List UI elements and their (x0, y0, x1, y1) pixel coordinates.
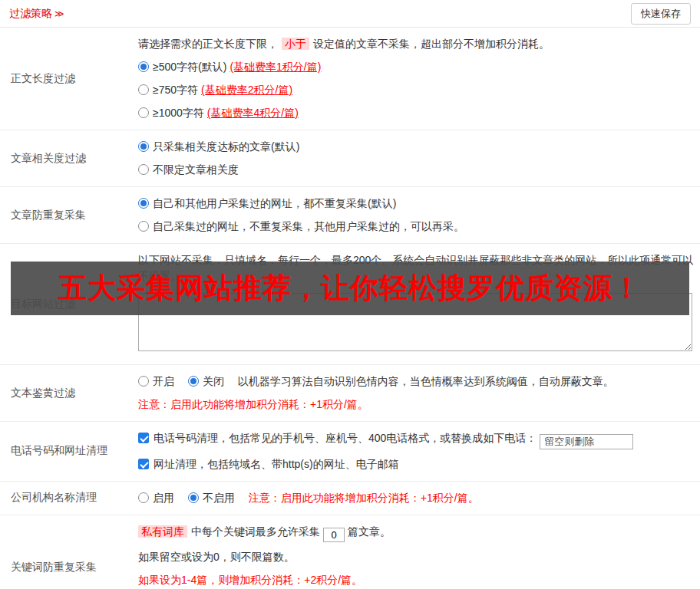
replacement-phone-input[interactable] (540, 434, 633, 449)
highlight-keyword: 小于 (282, 38, 309, 50)
cost-warning: 注意：启用此功能将增加积分消耗：+1积分/篇。 (249, 492, 479, 504)
fee-note: (基础费率2积分/篇) (201, 84, 292, 96)
filter-strategy-page: 过滤策略≫ 快速保存 正文长度过滤 请选择需求的正文长度下限，小于设定值的文章不… (0, 0, 700, 589)
radio-checked-icon[interactable] (138, 141, 149, 152)
radio-checked-icon[interactable] (188, 492, 199, 503)
radio-option-disable[interactable]: 不启用 (188, 492, 238, 504)
checkbox-phone-cleanup[interactable]: 电话号码清理，包括常见的手机号、座机号、400电话格式，或替换成如下电话： (138, 432, 540, 444)
radio-icon[interactable] (138, 107, 149, 118)
radio-label: ≥500字符(默认) (153, 61, 226, 73)
intro-post: 设定值的文章不采集，超出部分不增加积分消耗。 (313, 38, 550, 50)
radio-option-500[interactable]: ≥500字符(默认)(基础费率1积分/篇) (138, 59, 694, 75)
radio-icon[interactable] (138, 221, 149, 232)
row-content: 只采集相关度达标的文章(默认) 不限定文章相关度 (138, 130, 700, 186)
radio-label: ≥1000字符 (153, 107, 204, 119)
keyword-note-unlimited: 如果留空或设为0，则不限篇数。 (138, 549, 694, 565)
intro-text: 请选择需求的正文长度下限，小于设定值的文章不采集，超出部分不增加积分消耗。 (138, 36, 694, 52)
radio-label: 自己采集过的网址，不重复采集，其他用户采集过的，可以再采。 (153, 220, 464, 232)
radio-label: 启用 (153, 492, 174, 504)
radio-option-enable[interactable]: 开启 (138, 375, 177, 387)
row-content: 电话号码清理，包括常见的手机号、座机号、400电话格式，或替换成如下电话： 网址… (138, 422, 700, 481)
row-relevance-filter: 文章相关度过滤 只采集相关度达标的文章(默认) 不限定文章相关度 (0, 130, 700, 187)
radio-icon[interactable] (138, 84, 149, 95)
cost-warning: 注意：启用此功能将增加积分消耗：+1积分/篇。 (138, 397, 694, 413)
radio-checked-icon[interactable] (138, 61, 149, 72)
checkbox-label: 电话号码清理，包括常见的手机号、座机号、400电话格式，或替换成如下电话： (154, 432, 537, 444)
row-content: 开启 关闭 以机器学习算法自动识别色情内容，当色情概率达到系统阈值，自动屏蔽文章… (138, 365, 700, 421)
row-content: 请选择需求的正文长度下限，小于设定值的文章不采集，超出部分不增加积分消耗。 ≥5… (138, 28, 700, 130)
radio-label: 开启 (153, 375, 174, 387)
keyword-limit-text: 中每个关键词最多允许采集 (191, 525, 320, 538)
row-content-length-filter: 正文长度过滤 请选择需求的正文长度下限，小于设定值的文章不采集，超出部分不增加积… (0, 28, 700, 130)
radio-label: ≥750字符 (153, 84, 198, 96)
keyword-note-cost: 如果设为1-4篇，则增加积分消耗：+2积分/篇。 (138, 572, 694, 588)
row-company-name-cleanup: 公司机构名称清理 启用 不启用 注意：启用此功能将增加积分消耗：+1积分/篇。 (0, 482, 700, 515)
radio-checked-icon[interactable] (138, 198, 149, 209)
radio-option-enable[interactable]: 启用 (138, 492, 177, 504)
fee-note: (基础费率1积分/篇) (229, 61, 321, 73)
radio-label: 关闭 (203, 375, 224, 387)
row-content: 自己和其他用户采集过的网址，都不重复采集(默认) 自己采集过的网址，不重复采集，… (138, 187, 700, 243)
radio-option-no-limit[interactable]: 不限定文章相关度 (138, 162, 694, 178)
page-header: 过滤策略≫ 快速保存 (0, 0, 700, 28)
checkbox-label: 网址清理，包括纯域名、带http(s)的网址、电子邮箱 (154, 458, 399, 470)
checkbox-checked-icon[interactable] (138, 459, 149, 469)
radio-icon[interactable] (138, 376, 149, 387)
page-title[interactable]: 过滤策略≫ (9, 7, 64, 21)
promo-banner-text: 五大采集网站推荐，让你轻松搜罗优质资源！ (58, 269, 642, 308)
row-label: 文本鉴黄过滤 (0, 365, 138, 421)
row-label: 文章相关度过滤 (0, 130, 138, 186)
row-label: 公司机构名称清理 (0, 482, 138, 515)
highlight-private-lexicon: 私有词库 (138, 525, 187, 538)
quick-save-button[interactable]: 快速保存 (631, 3, 691, 25)
row-anti-duplicate: 文章防重复采集 自己和其他用户采集过的网址，都不重复采集(默认) 自己采集过的网… (0, 187, 700, 244)
row-label: 正文长度过滤 (0, 28, 138, 130)
radio-label: 不启用 (203, 492, 235, 504)
radio-option-global-dedupe[interactable]: 自己和其他用户采集过的网址，都不重复采集(默认) (138, 196, 694, 212)
radio-label: 自己和其他用户采集过的网址，都不重复采集(默认) (153, 197, 396, 209)
chevron-down-icon: ≫ (54, 8, 64, 19)
row-porn-filter: 文本鉴黄过滤 开启 关闭 以机器学习算法自动识别色情内容，当色情概率达到系统阈值… (0, 365, 700, 422)
fee-note: (基础费率4积分/篇) (207, 107, 299, 119)
intro-pre: 请选择需求的正文长度下限， (138, 38, 278, 50)
radio-option-relevant-only[interactable]: 只采集相关度达标的文章(默认) (138, 139, 694, 155)
radio-icon[interactable] (138, 164, 149, 175)
promo-banner-overlay: 五大采集网站推荐，让你轻松搜罗优质资源！ (11, 262, 689, 315)
radio-label: 只采集相关度达标的文章(默认) (153, 140, 299, 153)
radio-option-750[interactable]: ≥750字符(基础费率2积分/篇) (138, 82, 694, 98)
row-label: 关键词防重复采集 (0, 515, 138, 589)
keyword-limit-suffix: 篇文章。 (348, 525, 391, 538)
checkbox-checked-icon[interactable] (138, 433, 149, 443)
row-phone-url-cleanup: 电话号码和网址清理 电话号码清理，包括常见的手机号、座机号、400电话格式，或替… (0, 422, 700, 482)
row-keyword-anti-duplicate: 关键词防重复采集 私有词库中每个关键词最多允许采集篇文章。 如果留空或设为0，则… (0, 515, 700, 589)
row-label: 电话号码和网址清理 (0, 422, 138, 481)
checkbox-url-cleanup[interactable]: 网址清理，包括纯域名、带http(s)的网址、电子邮箱 (138, 458, 399, 470)
radio-icon[interactable] (138, 492, 149, 503)
row-label: 文章防重复采集 (0, 187, 138, 243)
porn-filter-desc: 以机器学习算法自动识别色情内容，当色情概率达到系统阈值，自动屏蔽文章。 (238, 375, 614, 387)
radio-label: 不限定文章相关度 (153, 163, 239, 176)
row-content: 私有词库中每个关键词最多允许采集篇文章。 如果留空或设为0，则不限篇数。 如果设… (138, 515, 700, 589)
row-content: 启用 不启用 注意：启用此功能将增加积分消耗：+1积分/篇。 (138, 482, 700, 515)
radio-option-disable[interactable]: 关闭 (188, 375, 227, 387)
radio-option-own-dedupe[interactable]: 自己采集过的网址，不重复采集，其他用户采集过的，可以再采。 (138, 219, 694, 235)
page-title-text: 过滤策略 (9, 7, 52, 19)
radio-checked-icon[interactable] (188, 376, 199, 387)
keyword-limit-input[interactable] (323, 528, 345, 542)
radio-option-1000[interactable]: ≥1000字符(基础费率4积分/篇) (138, 105, 694, 121)
